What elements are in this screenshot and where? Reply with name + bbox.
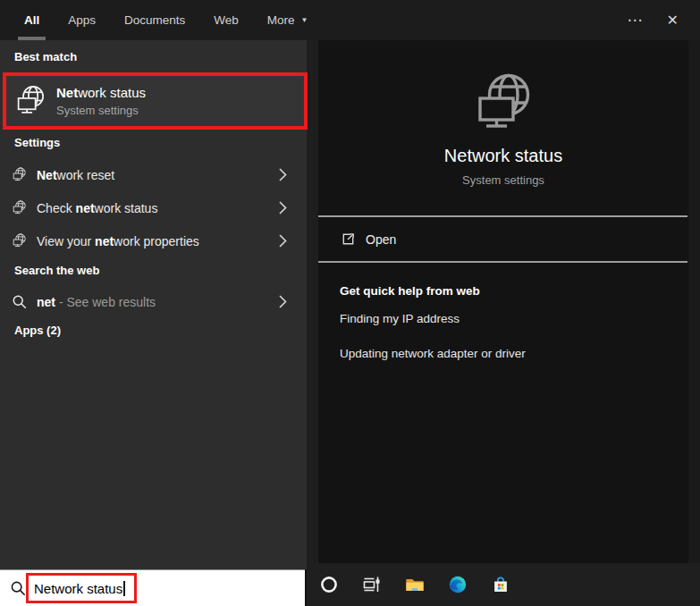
open-external-icon <box>341 231 356 247</box>
web-results-list: net - See web results <box>0 285 307 318</box>
search-results-panel: Best match Network status System setting… <box>0 40 307 569</box>
open-button[interactable]: Open <box>318 218 687 260</box>
network-icon <box>12 200 27 215</box>
settings-results-list: Network reset Check network status View … <box>0 158 307 257</box>
edge-button[interactable] <box>448 575 468 594</box>
network-status-icon <box>14 85 46 117</box>
open-button-label: Open <box>366 232 396 247</box>
best-match-title: Network status <box>56 85 146 100</box>
search-icon <box>12 294 27 309</box>
preview-subtitle: System settings <box>307 173 700 187</box>
divider <box>318 261 687 263</box>
section-header-settings: Settings <box>14 136 60 149</box>
tab-more-label: More <box>267 13 295 27</box>
taskbar <box>307 563 700 606</box>
tab-documents[interactable]: Documents <box>122 0 187 40</box>
tab-web-label: Web <box>214 13 239 27</box>
close-button[interactable]: ✕ <box>667 13 679 28</box>
web-search-item-label: net - See web results <box>37 295 156 309</box>
section-header-apps: Apps (2) <box>14 324 61 337</box>
web-search-item[interactable]: net - See web results <box>0 285 307 318</box>
preview-pane: Network status System settings Open Get … <box>307 40 700 563</box>
chevron-right-icon[interactable] <box>279 201 287 215</box>
taskbar-search-box[interactable]: Network status <box>0 569 305 606</box>
chevron-right-icon[interactable] <box>279 295 287 308</box>
tab-documents-label: Documents <box>124 13 185 27</box>
settings-item-check-network-status[interactable]: Check network status <box>0 191 307 224</box>
task-view-button[interactable] <box>362 575 382 594</box>
tab-apps[interactable]: Apps <box>66 0 97 40</box>
section-header-search-the-web: Search the web <box>14 264 99 277</box>
chevron-right-icon[interactable] <box>279 234 287 248</box>
settings-item-label: View your network properties <box>37 234 199 248</box>
cortana-button[interactable] <box>319 575 339 594</box>
network-status-hero-icon <box>472 72 535 135</box>
section-header-best-match: Best match <box>14 50 77 63</box>
settings-item-label: Check network status <box>37 201 157 215</box>
search-filter-bar: All Apps Documents Web More ▼ ⋯ ✕ <box>0 0 700 40</box>
windows-search-flyout: All Apps Documents Web More ▼ ⋯ ✕ Best m… <box>0 0 700 606</box>
search-icon <box>10 580 26 596</box>
best-match-subtitle: System settings <box>56 104 146 117</box>
help-link-finding-ip[interactable]: Finding my IP address <box>340 312 460 325</box>
ellipsis-menu-button[interactable]: ⋯ <box>628 13 644 28</box>
settings-item-view-network-properties[interactable]: View your network properties <box>0 224 307 257</box>
best-match-item-network-status[interactable]: Network status System settings <box>3 72 308 130</box>
help-link-updating-adapter[interactable]: Updating network adapter or driver <box>340 347 526 360</box>
tab-apps-label: Apps <box>68 13 96 27</box>
tab-all[interactable]: All <box>22 0 41 40</box>
store-button[interactable] <box>491 575 510 594</box>
file-explorer-button[interactable] <box>405 575 425 594</box>
network-icon <box>12 167 27 182</box>
filter-tabs: All Apps Documents Web More ▼ <box>22 0 310 40</box>
settings-item-network-reset[interactable]: Network reset <box>0 158 307 191</box>
divider <box>318 215 687 217</box>
tab-web[interactable]: Web <box>212 0 240 40</box>
preview-title: Network status <box>307 146 700 166</box>
help-section-header: Get quick help from web <box>340 284 480 298</box>
search-input-text[interactable]: Network status <box>34 581 125 596</box>
tab-all-label: All <box>24 13 39 27</box>
settings-item-label: Network reset <box>37 168 114 182</box>
chevron-right-icon[interactable] <box>279 168 287 181</box>
chevron-down-icon: ▼ <box>301 16 308 24</box>
network-icon <box>12 233 27 248</box>
text-cursor <box>123 581 125 596</box>
tab-more[interactable]: More ▼ <box>266 0 310 40</box>
